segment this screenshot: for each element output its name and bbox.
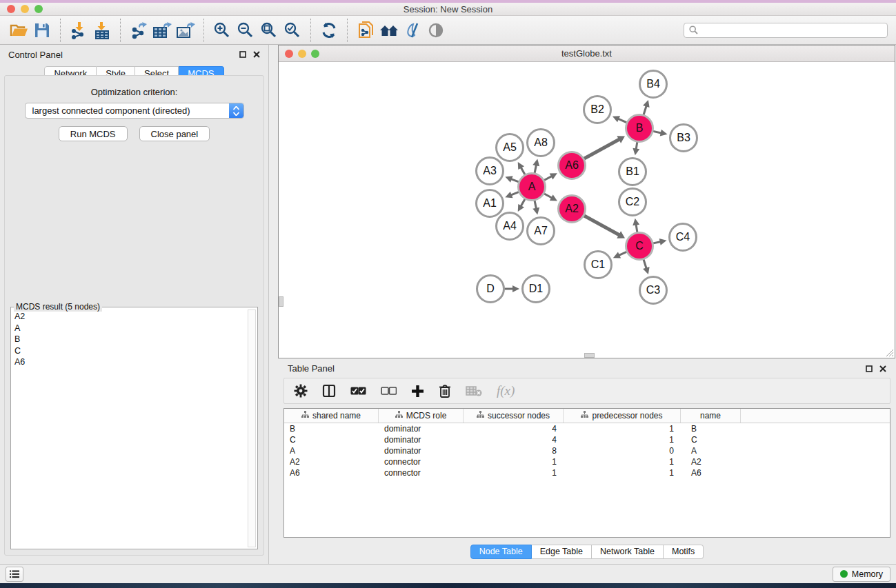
main-toolbar: [0, 16, 896, 45]
table-cell: B: [681, 423, 741, 434]
graph-node-C2[interactable]: C2: [618, 187, 647, 216]
table-row[interactable]: Cdominator41C: [284, 434, 890, 445]
zoom-fit-icon[interactable]: [257, 19, 281, 42]
graph-node-C1[interactable]: C1: [584, 250, 613, 279]
table-row[interactable]: A2connector11A2: [284, 456, 890, 467]
refresh-icon[interactable]: [317, 19, 341, 42]
graph-node-A7[interactable]: A7: [526, 216, 555, 245]
graph-node-B1[interactable]: B1: [618, 157, 647, 186]
export-network-icon[interactable]: [127, 19, 150, 42]
close-panel-button[interactable]: Close panel: [139, 126, 210, 141]
table-row[interactable]: Adominator80A: [284, 445, 890, 456]
table-row[interactable]: A6connector11A6: [284, 467, 890, 478]
result-scrollbar[interactable]: [248, 310, 256, 547]
run-mcds-button[interactable]: Run MCDS: [59, 126, 128, 141]
network-column-icon: [581, 411, 588, 420]
mcds-result-item[interactable]: A6: [11, 356, 247, 368]
mcds-result-item[interactable]: A: [11, 323, 247, 334]
graph-node-A8[interactable]: A8: [526, 128, 555, 157]
float-panel-icon[interactable]: [239, 51, 246, 58]
edge-A-A7[interactable]: [532, 199, 539, 215]
column-header-name[interactable]: name: [681, 409, 741, 423]
edge-B-B1[interactable]: [633, 141, 639, 156]
graph-node-A4[interactable]: A4: [495, 212, 524, 241]
graph-node-B2[interactable]: B2: [583, 95, 612, 124]
new-network-icon[interactable]: [354, 19, 377, 42]
graph-node-B4[interactable]: B4: [639, 70, 668, 99]
horizontal-scroll-handle[interactable]: [584, 353, 595, 358]
tab-edge-table[interactable]: Edge Table: [532, 545, 592, 559]
graph-node-A2[interactable]: A2: [557, 194, 586, 223]
graph-node-D[interactable]: D: [476, 274, 505, 303]
graph-node-A3[interactable]: A3: [475, 156, 504, 185]
zoom-out-icon[interactable]: [234, 19, 257, 42]
add-icon[interactable]: [411, 385, 424, 398]
show-graphics-details-icon[interactable]: [424, 19, 448, 42]
select-all-icon[interactable]: [350, 386, 366, 396]
edge-A6-B[interactable]: [583, 136, 625, 159]
delete-table-icon[interactable]: [466, 385, 482, 396]
table-cell: 1: [464, 456, 564, 467]
memory-button[interactable]: Memory: [833, 567, 890, 582]
table-settings-icon[interactable]: [294, 384, 308, 398]
graph-node-B[interactable]: B: [625, 114, 654, 143]
import-network-icon[interactable]: [67, 19, 90, 42]
column-header-MCDS-role[interactable]: MCDS role: [379, 409, 464, 423]
search-input[interactable]: [701, 26, 882, 35]
graph-node-C4[interactable]: C4: [668, 223, 697, 252]
close-panel-icon[interactable]: [879, 365, 886, 372]
tab-motifs[interactable]: Motifs: [664, 545, 704, 559]
zoom-in-icon[interactable]: [210, 19, 234, 42]
task-list-icon: [10, 570, 19, 578]
zoom-selected-icon[interactable]: [281, 19, 304, 42]
delete-icon[interactable]: [439, 384, 451, 398]
function-builder-icon[interactable]: f(x): [497, 383, 515, 398]
mcds-result-item[interactable]: A2: [11, 311, 247, 323]
edge-A-A4[interactable]: [518, 198, 526, 212]
column-header-successor-nodes[interactable]: successor nodes: [464, 409, 564, 423]
resize-grip-icon[interactable]: [884, 347, 894, 357]
graph-node-C[interactable]: C: [625, 232, 654, 261]
tab-network-table[interactable]: Network Table: [592, 545, 664, 559]
edge-C-C3[interactable]: [643, 258, 650, 274]
mcds-result-item[interactable]: B: [11, 334, 247, 345]
export-image-icon[interactable]: [174, 19, 197, 42]
import-table-icon[interactable]: [90, 19, 114, 42]
tab-node-table[interactable]: Node Table: [470, 545, 532, 559]
home-icon[interactable]: [377, 19, 401, 42]
column-header-predecessor-nodes[interactable]: predecessor nodes: [564, 409, 681, 423]
column-header-shared-name[interactable]: shared name: [284, 409, 379, 423]
save-session-icon[interactable]: [30, 19, 54, 42]
graph-node-A[interactable]: A: [517, 172, 546, 201]
close-panel-icon[interactable]: [253, 51, 260, 58]
export-table-icon[interactable]: [150, 19, 174, 42]
graph-node-A6[interactable]: A6: [557, 151, 586, 180]
table-cell: A6: [681, 467, 741, 478]
deselect-all-icon[interactable]: [381, 386, 397, 396]
table-cell: dominator: [379, 434, 464, 445]
show-columns-icon[interactable]: [322, 384, 336, 398]
edge-D-D1[interactable]: [503, 285, 519, 292]
graph-node-B3[interactable]: B3: [669, 123, 698, 152]
edge-A-A2[interactable]: [543, 193, 557, 201]
edge-A-A6[interactable]: [543, 173, 557, 181]
search-box[interactable]: [684, 23, 888, 38]
graph-node-A5[interactable]: A5: [495, 133, 524, 162]
vertical-scroll-handle[interactable]: [279, 296, 283, 307]
criterion-select[interactable]: largest connected component (directed): [25, 103, 244, 119]
network-canvas[interactable]: B4B2BB3A5A8A6A3B1AA1C2A2A4A7CC4C1DD1C3: [279, 62, 895, 358]
open-session-icon[interactable]: [7, 19, 30, 42]
graph-node-A1[interactable]: A1: [475, 189, 504, 218]
edge-A2-C[interactable]: [583, 215, 625, 239]
mcds-result-item[interactable]: C: [11, 345, 247, 357]
table-cell: connector: [379, 467, 464, 478]
graph-node-D1[interactable]: D1: [521, 274, 550, 303]
task-history-button[interactable]: [6, 567, 23, 582]
table-row[interactable]: Bdominator41B: [284, 423, 890, 434]
hide-graphics-details-icon[interactable]: [401, 19, 424, 42]
float-panel-icon[interactable]: [866, 365, 873, 372]
table-cell: B: [284, 423, 379, 434]
edge-B-B3[interactable]: [652, 130, 668, 136]
graph-node-C3[interactable]: C3: [639, 276, 668, 305]
table-panel: Table Panel: [278, 360, 896, 564]
